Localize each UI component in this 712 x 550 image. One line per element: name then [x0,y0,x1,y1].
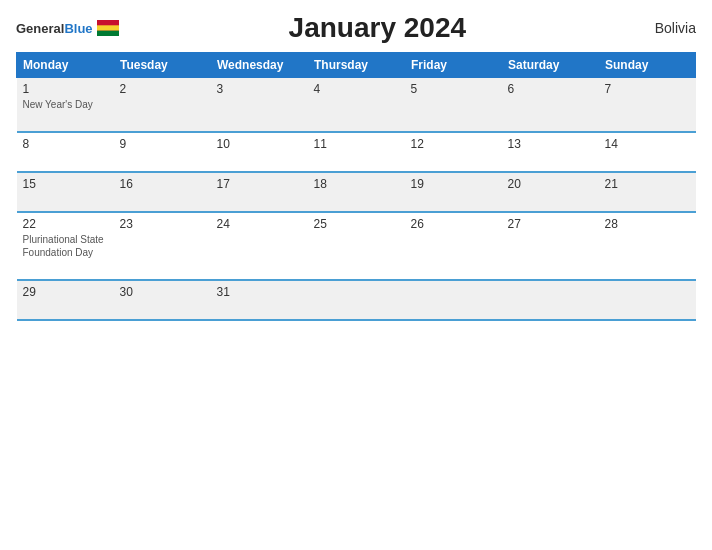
calendar-cell: 25 [308,212,405,280]
day-number: 3 [217,82,302,96]
day-number: 30 [120,285,205,299]
calendar-cell: 10 [211,132,308,172]
day-number: 5 [411,82,496,96]
calendar-cell [405,280,502,320]
day-number: 7 [605,82,690,96]
day-number: 4 [314,82,399,96]
day-header-tuesday: Tuesday [114,53,211,78]
header: GeneralBlue January 2024 Bolivia [16,12,696,44]
svg-rect-1 [97,20,119,25]
calendar-cell: 18 [308,172,405,212]
day-number: 14 [605,137,690,151]
calendar-cell: 14 [599,132,696,172]
calendar-cell: 7 [599,78,696,133]
day-number: 12 [411,137,496,151]
day-number: 11 [314,137,399,151]
country-label: Bolivia [636,20,696,36]
calendar-cell: 24 [211,212,308,280]
calendar-cell: 6 [502,78,599,133]
calendar-cell: 8 [17,132,114,172]
calendar-cell: 12 [405,132,502,172]
calendar-cell: 28 [599,212,696,280]
holiday-label: Plurinational State Foundation Day [23,233,108,259]
day-header-sunday: Sunday [599,53,696,78]
day-number: 20 [508,177,593,191]
logo-blue-text: Blue [64,21,92,36]
day-number: 9 [120,137,205,151]
calendar-cell [308,280,405,320]
calendar-cell: 9 [114,132,211,172]
calendar-week-row: 891011121314 [17,132,696,172]
calendar-cell: 30 [114,280,211,320]
day-number: 18 [314,177,399,191]
day-number: 13 [508,137,593,151]
logo-general-text: General [16,21,64,36]
day-header-wednesday: Wednesday [211,53,308,78]
calendar-cell: 23 [114,212,211,280]
calendar-cell: 15 [17,172,114,212]
day-header-saturday: Saturday [502,53,599,78]
calendar-cell: 16 [114,172,211,212]
calendar-cell: 26 [405,212,502,280]
calendar-cell: 11 [308,132,405,172]
day-number: 28 [605,217,690,231]
day-number: 31 [217,285,302,299]
calendar-week-row: 1New Year's Day234567 [17,78,696,133]
logo-flag-icon [97,20,119,36]
month-title: January 2024 [119,12,636,44]
day-header-monday: Monday [17,53,114,78]
logo: GeneralBlue [16,19,119,37]
calendar-cell [502,280,599,320]
day-number: 6 [508,82,593,96]
day-number: 16 [120,177,205,191]
day-number: 24 [217,217,302,231]
calendar-cell: 27 [502,212,599,280]
calendar-cell: 3 [211,78,308,133]
day-number: 8 [23,137,108,151]
calendar-table: MondayTuesdayWednesdayThursdayFridaySatu… [16,52,696,321]
day-header-friday: Friday [405,53,502,78]
calendar-week-row: 293031 [17,280,696,320]
day-number: 25 [314,217,399,231]
calendar-cell: 1New Year's Day [17,78,114,133]
calendar-cell: 5 [405,78,502,133]
calendar-week-row: 15161718192021 [17,172,696,212]
calendar-header-row: MondayTuesdayWednesdayThursdayFridaySatu… [17,53,696,78]
calendar-cell: 29 [17,280,114,320]
day-number: 26 [411,217,496,231]
calendar-week-row: 22Plurinational State Foundation Day2324… [17,212,696,280]
day-number: 19 [411,177,496,191]
day-number: 23 [120,217,205,231]
day-number: 17 [217,177,302,191]
holiday-label: New Year's Day [23,98,108,111]
day-number: 29 [23,285,108,299]
calendar-cell: 19 [405,172,502,212]
svg-rect-2 [97,25,119,30]
day-number: 2 [120,82,205,96]
day-number: 21 [605,177,690,191]
day-header-thursday: Thursday [308,53,405,78]
calendar-cell: 21 [599,172,696,212]
day-number: 10 [217,137,302,151]
calendar-page: GeneralBlue January 2024 Bolivia MondayT… [0,0,712,550]
calendar-cell: 17 [211,172,308,212]
calendar-cell: 13 [502,132,599,172]
calendar-cell: 4 [308,78,405,133]
day-number: 27 [508,217,593,231]
calendar-cell: 2 [114,78,211,133]
day-number: 1 [23,82,108,96]
calendar-cell: 31 [211,280,308,320]
calendar-cell: 22Plurinational State Foundation Day [17,212,114,280]
calendar-cell [599,280,696,320]
day-number: 15 [23,177,108,191]
calendar-cell: 20 [502,172,599,212]
day-number: 22 [23,217,108,231]
svg-rect-3 [97,31,119,36]
